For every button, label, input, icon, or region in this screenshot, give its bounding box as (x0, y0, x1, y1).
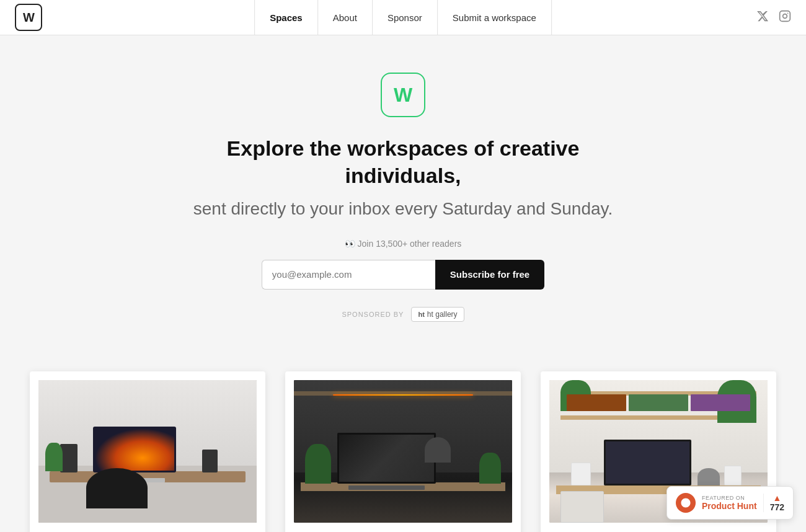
card-content-3: 375 – Matthew Encina Content creator, cr… (549, 523, 768, 532)
product-hunt-logo (676, 493, 696, 513)
hero-title: Explore the workspaces of creative indiv… (192, 135, 614, 189)
ph-product-label: Product Hunt (702, 501, 757, 511)
nav-spaces-label: Spaces (270, 12, 303, 23)
workspace-image-2 (294, 380, 512, 523)
workspace-image-1 (38, 380, 257, 523)
sponsored-row: SPONSORED BY ht ht gallery (12, 307, 794, 322)
header: W Spaces About Sponsor Submit a workspac… (0, 0, 806, 35)
sponsored-label: SPONSORED BY (342, 311, 404, 318)
instagram-icon[interactable] (779, 10, 791, 25)
nav-about-label: About (333, 12, 357, 23)
nav-submit-label: Submit a workspace (453, 12, 536, 23)
ph-featured-label: FEATURED ON (702, 495, 757, 501)
svg-rect-0 (780, 11, 790, 21)
workspace-card-1[interactable]: 383 – Charlie Brown UI/UX designer with … (30, 371, 265, 532)
sponsor-badge[interactable]: ht ht gallery (411, 307, 464, 322)
hero-section: W Explore the workspaces of creative ind… (0, 35, 806, 347)
ph-upvote-arrow: ▲ (773, 494, 781, 502)
subscribe-button-label: Subscribe for free (450, 269, 529, 280)
nav-sponsor[interactable]: Sponsor (372, 0, 437, 35)
product-hunt-vote: ▲ 772 (763, 494, 784, 512)
sponsor-logo-ht: ht (418, 311, 424, 318)
twitter-icon[interactable] (756, 10, 769, 25)
subscribe-form: Subscribe for free (12, 260, 794, 290)
main-nav: Spaces About Sponsor Submit a workspace (254, 0, 552, 35)
social-links (756, 10, 791, 25)
header-logo[interactable]: W (15, 4, 42, 31)
hero-subtitle: sent directly to your inbox every Saturd… (192, 197, 614, 221)
nav-spaces[interactable]: Spaces (254, 0, 317, 35)
nav-about[interactable]: About (317, 0, 372, 35)
workspace-card-2[interactable]: 377 – Felix Teichgräber Communication De… (285, 371, 521, 532)
svg-point-1 (783, 14, 787, 18)
hero-logo: W (381, 73, 425, 117)
nav-submit[interactable]: Submit a workspace (437, 0, 552, 35)
product-hunt-badge[interactable]: FEATURED ON Product Hunt ▲ 772 (666, 486, 794, 520)
nav-sponsor-label: Sponsor (388, 12, 422, 23)
svg-point-2 (787, 12, 789, 14)
subscribe-button[interactable]: Subscribe for free (435, 260, 544, 290)
product-hunt-text: FEATURED ON Product Hunt (702, 495, 757, 511)
sponsor-name: ht gallery (427, 310, 458, 319)
email-input[interactable] (262, 260, 435, 290)
card-content-1: 383 – Charlie Brown UI/UX designer with … (38, 523, 257, 532)
header-logo-letter: W (23, 11, 34, 25)
hero-logo-letter: W (394, 84, 412, 107)
card-content-2: 377 – Felix Teichgräber Communication De… (294, 523, 512, 532)
ph-vote-count: 772 (770, 502, 784, 512)
hero-readers-count: 👀 Join 13,500+ other readers (12, 239, 794, 249)
